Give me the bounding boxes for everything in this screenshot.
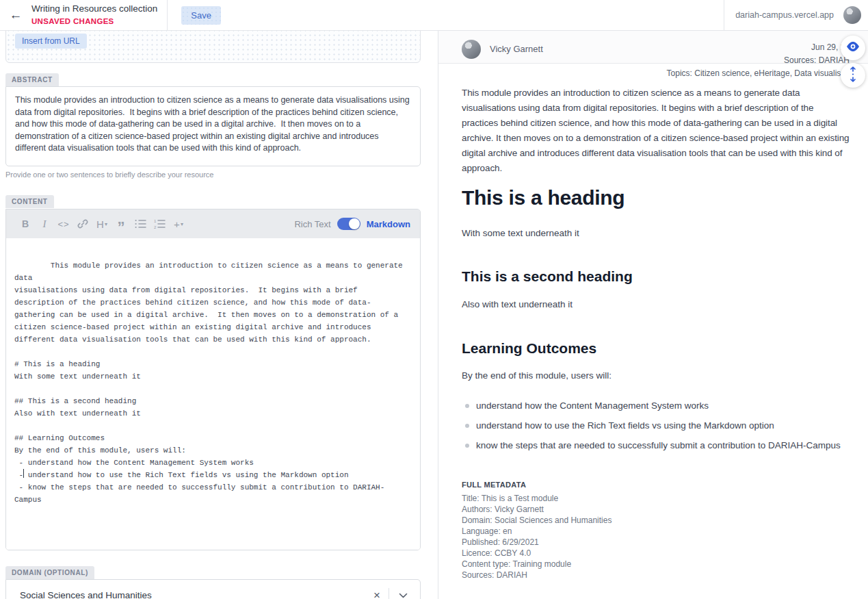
page-title: Writing in Resources collection [31,3,157,15]
preview-heading-1: This is a heading [462,186,850,210]
editor-mode-switch: Rich Text Markdown [294,218,410,230]
metadata-row: Licence: CCBY 4.0 [462,548,850,559]
svg-text:1: 1 [154,219,157,223]
preview-content: This module provides an introduction to … [438,86,868,581]
metadata-row: Domain: Social Sciences and Humanities [462,515,850,526]
add-block-icon[interactable]: +▾ [169,214,188,233]
italic-icon[interactable]: I [35,214,54,233]
topics-line: Topics: Citizen science, eHeritage, Data… [667,67,850,80]
preview-panel: Vicky Garnett Jun 29, 20 Sources: DARIAH… [438,31,868,599]
preview-heading-2-text: Also with text underneath it [462,298,850,311]
publish-date: Jun 29, 20 [667,41,850,54]
document-title-block: Writing in Resources collection UNSAVED … [31,3,157,26]
metadata-row: Title: This is a Test module [462,493,850,504]
list-item: understand how the Content Management Sy… [476,399,850,413]
unsaved-changes-badge: UNSAVED CHANGES [31,16,157,26]
metadata-row: Content type: Training module [462,559,850,570]
author-name: Vicky Garnett [490,44,543,54]
insert-from-url-button[interactable]: Insert from URL [15,34,87,49]
editor-form-panel: Insert from URL ABSTRACT This module pro… [0,31,438,599]
outcomes-intro: By the end of this module, users will: [462,369,850,383]
editor-toolbar: B I <> H▾ ” [6,209,420,238]
abstract-input[interactable]: This module provides an introduction to … [5,86,421,166]
full-metadata-label: FULL METADATA [462,481,850,489]
markdown-toggle[interactable] [337,218,360,230]
outcomes-list: understand how the Content Management Sy… [462,399,850,453]
preview-visibility-button[interactable] [841,36,865,60]
metadata-row: Published: 6/29/2021 [462,537,850,548]
heading-glyph: H [96,218,104,230]
user-avatar[interactable] [843,6,861,24]
preview-heading-2: This is a second heading [462,268,850,285]
abstract-helper-text: Provide one or two sentences to briefly … [5,170,421,179]
header-divider-right [724,0,724,31]
preview-heading-1-text: With some text underneath it [462,227,850,240]
metadata-row: Sources: DARIAH [462,570,850,581]
eye-icon [846,42,860,54]
top-bar: ← Writing in Resources collection UNSAVE… [0,0,868,31]
numbered-list-icon[interactable]: 1 2 [150,214,169,233]
heading-icon[interactable]: H▾ [92,214,111,233]
domain-select[interactable]: Social Sciences and Humanities × [5,579,421,599]
scroll-sync-icon [849,66,857,85]
full-metadata-section: FULL METADATA Title: This is a Test modu… [462,481,850,581]
blockquote-icon[interactable]: ” [111,214,131,233]
add-caret-icon: ▾ [181,221,183,227]
back-button[interactable]: ← [0,0,31,30]
back-arrow-icon: ← [10,8,23,23]
header-divider [167,0,168,31]
markdown-source-text: This module provides an introduction to … [14,262,407,504]
preview-paragraph: This module provides an introduction to … [462,86,850,176]
content-editor: B I <> H▾ ” [5,209,421,550]
save-button[interactable]: Save [181,6,221,25]
bold-icon[interactable]: B [16,214,35,233]
list-item: know the steps that are needed to succes… [476,439,850,453]
markdown-label: Markdown [367,219,410,229]
svg-text:2: 2 [154,225,157,229]
metadata-row: Authors: Vicky Garnett [462,504,850,515]
scroll-sync-button[interactable] [841,63,865,88]
markdown-textarea[interactable]: This module provides an introduction to … [6,238,420,550]
metadata-row: Language: en [462,526,850,537]
link-icon[interactable] [73,214,92,233]
abstract-field-label: ABSTRACT [5,73,59,86]
cms-editor-window: ← Writing in Resources collection UNSAVE… [0,0,868,599]
domain-selected-value: Social Sciences and Humanities [20,590,365,599]
featured-image-dropzone[interactable]: Insert from URL [5,31,421,63]
code-icon[interactable]: <> [54,214,73,233]
list-item: understand how to use the Rich Text fiel… [476,419,850,433]
plus-glyph: + [174,218,180,230]
text-cursor [23,469,24,478]
bullet-list-icon[interactable] [131,214,150,233]
heading-caret-icon: ▾ [105,221,107,227]
metadata-rows: Title: This is a Test module Authors: Vi… [462,493,850,581]
author-avatar [462,40,481,59]
sources-line: Sources: DARIAH [667,54,850,67]
toggle-knob [349,218,360,229]
chevron-down-icon[interactable] [389,593,412,598]
clear-icon[interactable]: × [365,589,389,599]
domain-field-label: DOMAIN (OPTIONAL) [5,566,94,579]
content-field-label: CONTENT [5,195,54,208]
rich-text-label: Rich Text [294,219,330,229]
site-domain: dariah-campus.vercel.app [735,10,834,20]
preview-learning-outcomes-heading: Learning Outcomes [462,340,850,357]
preview-meta-block: Jun 29, 20 Sources: DARIAH Topics: Citiz… [667,41,850,80]
